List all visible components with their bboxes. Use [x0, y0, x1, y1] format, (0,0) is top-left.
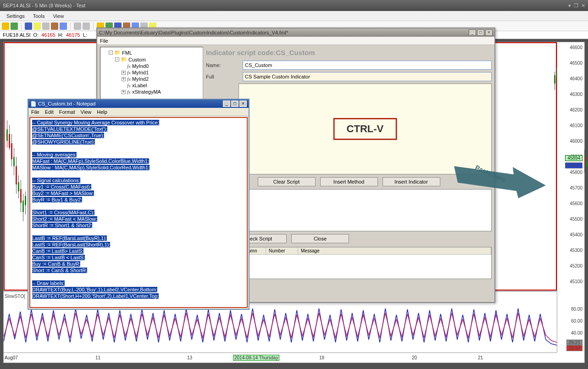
separator: [93, 22, 94, 30]
menu-format[interactable]: Format: [59, 109, 75, 115]
maximize-icon[interactable]: □: [477, 29, 484, 36]
separator: [70, 22, 71, 30]
time-axis: Aug07 11 13 2014-08-14 Thursday 18 20 21: [4, 352, 557, 363]
tree-item[interactable]: +fxMyInd1: [122, 69, 201, 76]
name-label: Name:: [206, 62, 243, 68]
svg-marker-0: [454, 166, 546, 198]
osc-value-tag: 25.94: [566, 345, 582, 351]
menu-file[interactable]: File: [100, 38, 108, 44]
tree-item[interactable]: fxxLabel: [122, 82, 201, 89]
collapse-icon[interactable]: -: [109, 50, 113, 55]
dialog-title: C:\My Documents\Estuary\Data\Plugins\Cus…: [99, 30, 288, 35]
toolbar-icon[interactable]: [11, 22, 18, 30]
name-input[interactable]: [243, 61, 492, 70]
toolbar-icon[interactable]: [83, 22, 90, 30]
menu-view[interactable]: View: [81, 109, 92, 115]
notepad-title: CS_Custom.txt - Notepad: [38, 101, 95, 106]
close-button[interactable]: Close: [291, 234, 349, 243]
close-icon[interactable]: ×: [239, 101, 247, 107]
minimize-icon[interactable]: _: [223, 101, 230, 107]
col-number[interactable]: Number: [266, 247, 298, 254]
full-label: Full: [206, 74, 243, 79]
expand-icon[interactable]: +: [122, 77, 126, 81]
menu-tools[interactable]: Tools: [33, 13, 45, 19]
col-message[interactable]: Message: [298, 247, 491, 254]
menu-edit[interactable]: Edit: [45, 109, 54, 115]
last-price-tag: 45894: [565, 155, 582, 161]
tree-item[interactable]: +fxMyInd2: [122, 76, 201, 82]
close-icon[interactable]: ✕: [581, 3, 585, 9]
notepad-window: 📄 CS_Custom.txt - Notepad _ □ × File Edi…: [28, 99, 250, 310]
separator: [21, 22, 22, 30]
dialog-titlebar[interactable]: C:\My Documents\Estuary\Data\Plugins\Cus…: [97, 28, 494, 37]
toolbar-icon[interactable]: [42, 22, 50, 30]
tree-item[interactable]: fxMyInd0: [122, 63, 201, 69]
menu-help[interactable]: Help: [97, 109, 107, 115]
menu-file[interactable]: File: [31, 109, 39, 115]
restore-icon[interactable]: ❐: [574, 3, 578, 9]
ctrlv-hint: CTRL-V: [333, 118, 397, 140]
app-menubar: Settings Tools View: [0, 11, 588, 21]
toolbar-icon[interactable]: [25, 22, 32, 30]
minimize-icon[interactable]: ▾: [568, 3, 571, 9]
toolbar-icon[interactable]: [51, 22, 58, 30]
menu-view[interactable]: View: [53, 13, 64, 19]
notepad-titlebar[interactable]: 📄 CS_Custom.txt - Notepad _ □ ×: [28, 100, 249, 108]
toolbar-icon[interactable]: [60, 22, 67, 30]
close-icon[interactable]: ×: [485, 29, 493, 36]
oscillator-label: SlowSTO[: [5, 294, 25, 299]
notepad-text[interactable]: -- Capital Synergy Moving Average Crosso…: [29, 117, 248, 308]
ma-price-tag: 45832: [565, 162, 582, 168]
dialog-menubar: File: [97, 37, 494, 45]
toolbar-icon[interactable]: [2, 22, 9, 30]
menu-settings[interactable]: Settings: [6, 13, 25, 19]
minimize-icon[interactable]: _: [469, 29, 476, 36]
price-axis: 46600 46500 46400 46300 46200 46100 4600…: [557, 42, 584, 352]
full-input[interactable]: [243, 72, 492, 81]
expand-icon[interactable]: +: [122, 71, 126, 75]
maximize-icon[interactable]: □: [231, 101, 239, 107]
collapse-icon[interactable]: -: [115, 57, 119, 62]
symbol: FUE18 ALSI: [3, 32, 31, 38]
clear-script-button[interactable]: Clear Script: [258, 177, 316, 186]
tree-item[interactable]: +fxxStrategyMA: [122, 89, 201, 95]
expand-icon[interactable]: +: [122, 90, 126, 94]
notepad-menubar: File Edit Format View Help: [28, 108, 249, 116]
toolbar-icon[interactable]: [74, 22, 81, 30]
notepad-icon: 📄: [30, 101, 37, 106]
insert-indicator-button[interactable]: Insert Indicator: [383, 177, 440, 186]
panel-heading: Indicator script code:CS_Custom: [206, 47, 492, 58]
app-titlebar: SEP14 ALSI - 5 Min (8 Weeks) - Test ▾ ❐ …: [0, 0, 588, 11]
insert-method-button[interactable]: Insert Method: [320, 177, 378, 186]
app-title: SEP14 ALSI - 5 Min (8 Weeks) - Test: [3, 3, 85, 8]
cursor-date: 2014-08-14 Thursday: [233, 355, 279, 361]
toolbar-icon[interactable]: [33, 22, 41, 30]
